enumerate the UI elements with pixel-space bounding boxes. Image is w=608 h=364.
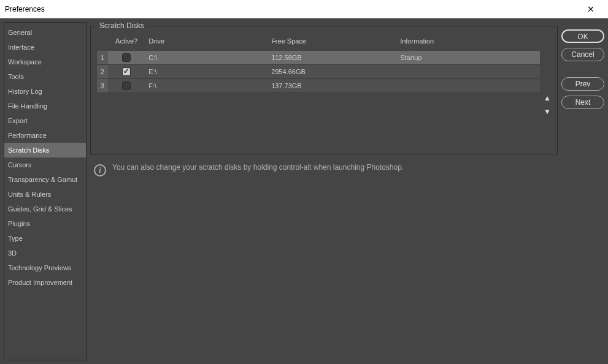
sidebar-item-3d[interactable]: 3D xyxy=(4,246,86,260)
sidebar-item-history-log[interactable]: History Log xyxy=(4,84,86,99)
sidebar-item-transparency-gamut[interactable]: Transparency & Gamut xyxy=(4,172,86,187)
cell-freespace: 2954.66GB xyxy=(267,65,396,79)
sidebar-item-tools[interactable]: Tools xyxy=(4,69,86,84)
scratch-disks-group: Scratch Disks Active? Drive Free Space I… xyxy=(90,26,558,154)
col-information: Information xyxy=(396,32,540,51)
cancel-button[interactable]: Cancel xyxy=(561,48,604,61)
table-wrapper: Active? Drive Free Space Information 1C:… xyxy=(97,32,551,148)
sidebar-item-scratch-disks[interactable]: Scratch Disks xyxy=(4,143,86,157)
table-row[interactable]: 2E:\2954.66GB xyxy=(97,65,540,79)
cell-information: Startup xyxy=(396,51,540,65)
content: GeneralInterfaceWorkspaceToolsHistory Lo… xyxy=(0,18,608,364)
active-checkbox[interactable] xyxy=(122,53,131,62)
sidebar: GeneralInterfaceWorkspaceToolsHistory Lo… xyxy=(4,22,87,360)
sidebar-item-export[interactable]: Export xyxy=(4,113,86,128)
button-column: OK Cancel Prev Next xyxy=(561,22,604,360)
sidebar-item-type[interactable]: Type xyxy=(4,231,86,246)
info-icon: i xyxy=(94,164,106,176)
info-row: i You can also change your scratch disks… xyxy=(90,154,558,185)
table-row[interactable]: 3F:\137.73GB xyxy=(97,79,540,93)
close-icon[interactable]: ✕ xyxy=(579,4,603,14)
window-title: Preferences xyxy=(5,5,45,13)
main-panel: Scratch Disks Active? Drive Free Space I… xyxy=(90,22,558,360)
table-row[interactable]: 1C:\112.58GBStartup xyxy=(97,51,540,65)
active-checkbox[interactable] xyxy=(122,82,131,90)
hint-text: You can also change your scratch disks b… xyxy=(112,163,404,172)
row-number: 1 xyxy=(97,51,108,65)
active-checkbox[interactable] xyxy=(122,67,131,76)
cell-active xyxy=(108,79,145,93)
sidebar-item-guides-grid-slices[interactable]: Guides, Grid & Slices xyxy=(4,202,86,216)
ok-button[interactable]: OK xyxy=(561,29,604,43)
cell-freespace: 137.73GB xyxy=(267,79,396,93)
next-button[interactable]: Next xyxy=(561,96,604,109)
cell-freespace: 112.58GB xyxy=(267,51,396,65)
title-bar: Preferences ✕ xyxy=(0,0,608,18)
cell-drive: C:\ xyxy=(145,51,267,65)
reorder-arrows: ▲ ▼ xyxy=(544,32,551,116)
cell-information xyxy=(396,65,540,79)
sidebar-item-workspace[interactable]: Workspace xyxy=(4,55,86,69)
row-number: 2 xyxy=(97,65,108,79)
sidebar-item-performance[interactable]: Performance xyxy=(4,128,86,143)
col-drive: Drive xyxy=(145,32,267,51)
row-number: 3 xyxy=(97,79,108,93)
sidebar-item-cursors[interactable]: Cursors xyxy=(4,157,86,172)
sidebar-item-interface[interactable]: Interface xyxy=(4,40,86,55)
cell-information xyxy=(396,79,540,93)
scratch-disks-table: Active? Drive Free Space Information 1C:… xyxy=(97,32,540,93)
sidebar-item-product-improvement[interactable]: Product Improvement xyxy=(4,275,86,290)
arrow-down-icon[interactable]: ▼ xyxy=(544,107,551,116)
cell-active xyxy=(108,65,145,79)
col-active: Active? xyxy=(108,32,145,51)
cell-drive: F:\ xyxy=(145,79,267,93)
prev-button[interactable]: Prev xyxy=(561,77,604,91)
sidebar-item-file-handling[interactable]: File Handling xyxy=(4,99,86,113)
cell-active xyxy=(108,51,145,65)
sidebar-item-plugins[interactable]: Plugins xyxy=(4,216,86,231)
sidebar-item-units-rulers[interactable]: Units & Rulers xyxy=(4,187,86,202)
col-freespace: Free Space xyxy=(267,32,396,51)
group-title: Scratch Disks xyxy=(97,21,147,30)
arrow-up-icon[interactable]: ▲ xyxy=(544,94,551,102)
sidebar-item-general[interactable]: General xyxy=(4,25,86,40)
sidebar-item-technology-previews[interactable]: Technology Previews xyxy=(4,260,86,275)
cell-drive: E:\ xyxy=(145,65,267,79)
